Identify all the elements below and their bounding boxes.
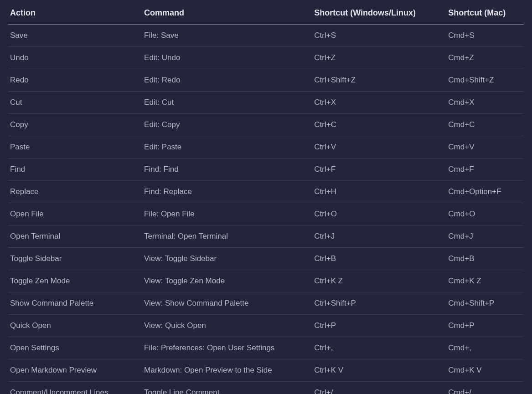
cell-command: Edit: Redo	[142, 69, 312, 92]
cell-shortcut-mac: Cmd+V	[446, 136, 524, 159]
cell-shortcut-win: Ctrl+C	[312, 114, 446, 136]
table-row: CopyEdit: CopyCtrl+CCmd+C	[8, 114, 524, 136]
table-row: Open SettingsFile: Preferences: Open Use…	[8, 337, 524, 359]
header-shortcut-win: Shortcut (Windows/Linux)	[312, 4, 446, 25]
cell-shortcut-mac: Cmd+Option+F	[446, 181, 524, 203]
cell-action: Save	[8, 25, 142, 47]
cell-command: Markdown: Open Preview to the Side	[142, 359, 312, 382]
header-command: Command	[142, 4, 312, 25]
cell-action: Toggle Sidebar	[8, 248, 142, 270]
cell-shortcut-win: Ctrl+X	[312, 92, 446, 114]
cell-shortcut-mac: Cmd+J	[446, 225, 524, 248]
cell-shortcut-mac: Cmd+K Z	[446, 270, 524, 292]
cell-action: Comment/Uncomment Lines	[8, 382, 142, 394]
cell-shortcut-mac: Cmd+P	[446, 315, 524, 337]
cell-shortcut-win: Ctrl+F	[312, 159, 446, 181]
cell-command: Edit: Cut	[142, 92, 312, 114]
cell-command: Find: Replace	[142, 181, 312, 203]
cell-shortcut-win: Ctrl+K V	[312, 359, 446, 382]
cell-shortcut-win: Ctrl+P	[312, 315, 446, 337]
cell-action: Open Markdown Preview	[8, 359, 142, 382]
table-row: Show Command PaletteView: Show Command P…	[8, 292, 524, 315]
cell-command: File: Preferences: Open User Settings	[142, 337, 312, 359]
table-row: SaveFile: SaveCtrl+SCmd+S	[8, 25, 524, 47]
cell-action: Find	[8, 159, 142, 181]
cell-action: Open Settings	[8, 337, 142, 359]
cell-shortcut-mac: Cmd+C	[446, 114, 524, 136]
cell-shortcut-win: Ctrl+B	[312, 248, 446, 270]
cell-action: Open File	[8, 203, 142, 225]
table-row: Open FileFile: Open FileCtrl+OCmd+O	[8, 203, 524, 225]
cell-command: File: Save	[142, 25, 312, 47]
cell-shortcut-mac: Cmd+S	[446, 25, 524, 47]
cell-action: Copy	[8, 114, 142, 136]
cell-command: Edit: Undo	[142, 47, 312, 69]
shortcuts-table: Action Command Shortcut (Windows/Linux) …	[8, 4, 524, 394]
cell-command: File: Open File	[142, 203, 312, 225]
cell-shortcut-win: Ctrl+H	[312, 181, 446, 203]
cell-shortcut-win: Ctrl+K Z	[312, 270, 446, 292]
cell-shortcut-win: Ctrl+Shift+P	[312, 292, 446, 315]
cell-shortcut-mac: Cmd+X	[446, 92, 524, 114]
cell-command: Terminal: Open Terminal	[142, 225, 312, 248]
cell-shortcut-win: Ctrl+Shift+Z	[312, 69, 446, 92]
header-shortcut-mac: Shortcut (Mac)	[446, 4, 524, 25]
cell-action: Show Command Palette	[8, 292, 142, 315]
table-row: Open Markdown PreviewMarkdown: Open Prev…	[8, 359, 524, 382]
table-row: Quick OpenView: Quick OpenCtrl+PCmd+P	[8, 315, 524, 337]
cell-action: Paste	[8, 136, 142, 159]
cell-command: View: Show Command Palette	[142, 292, 312, 315]
table-row: Open TerminalTerminal: Open TerminalCtrl…	[8, 225, 524, 248]
cell-command: Toggle Line Comment	[142, 382, 312, 394]
cell-action: Toggle Zen Mode	[8, 270, 142, 292]
cell-action: Open Terminal	[8, 225, 142, 248]
table-body: SaveFile: SaveCtrl+SCmd+SUndoEdit: UndoC…	[8, 25, 524, 394]
table-row: Toggle Zen ModeView: Toggle Zen ModeCtrl…	[8, 270, 524, 292]
cell-action: Redo	[8, 69, 142, 92]
table-row: UndoEdit: UndoCtrl+ZCmd+Z	[8, 47, 524, 69]
cell-shortcut-win: Ctrl+O	[312, 203, 446, 225]
cell-command: View: Toggle Zen Mode	[142, 270, 312, 292]
cell-shortcut-mac: Cmd+Shift+P	[446, 292, 524, 315]
cell-command: View: Quick Open	[142, 315, 312, 337]
cell-shortcut-mac: Cmd+K V	[446, 359, 524, 382]
table-row: Toggle SidebarView: Toggle SidebarCtrl+B…	[8, 248, 524, 270]
table-header-row: Action Command Shortcut (Windows/Linux) …	[8, 4, 524, 25]
cell-shortcut-win: Ctrl+J	[312, 225, 446, 248]
cell-command: View: Toggle Sidebar	[142, 248, 312, 270]
cell-action: Undo	[8, 47, 142, 69]
cell-shortcut-win: Ctrl+S	[312, 25, 446, 47]
cell-shortcut-mac: Cmd+Shift+Z	[446, 69, 524, 92]
table-row: Comment/Uncomment LinesToggle Line Comme…	[8, 382, 524, 394]
cell-shortcut-mac: Cmd+,	[446, 337, 524, 359]
header-action: Action	[8, 4, 142, 25]
cell-action: Quick Open	[8, 315, 142, 337]
cell-shortcut-win: Ctrl+,	[312, 337, 446, 359]
cell-shortcut-mac: Cmd+F	[446, 159, 524, 181]
cell-shortcut-win: Ctrl+/	[312, 382, 446, 394]
cell-action: Replace	[8, 181, 142, 203]
cell-command: Edit: Copy	[142, 114, 312, 136]
table-row: PasteEdit: PasteCtrl+VCmd+V	[8, 136, 524, 159]
table-row: RedoEdit: RedoCtrl+Shift+ZCmd+Shift+Z	[8, 69, 524, 92]
cell-shortcut-win: Ctrl+V	[312, 136, 446, 159]
cell-action: Cut	[8, 92, 142, 114]
cell-command: Find: Find	[142, 159, 312, 181]
cell-shortcut-mac: Cmd+O	[446, 203, 524, 225]
cell-shortcut-win: Ctrl+Z	[312, 47, 446, 69]
table-row: CutEdit: CutCtrl+XCmd+X	[8, 92, 524, 114]
cell-shortcut-mac: Cmd+Z	[446, 47, 524, 69]
cell-shortcut-mac: Cmd+B	[446, 248, 524, 270]
cell-command: Edit: Paste	[142, 136, 312, 159]
table-row: ReplaceFind: ReplaceCtrl+HCmd+Option+F	[8, 181, 524, 203]
cell-shortcut-mac: Cmd+/	[446, 382, 524, 394]
table-row: FindFind: FindCtrl+FCmd+F	[8, 159, 524, 181]
